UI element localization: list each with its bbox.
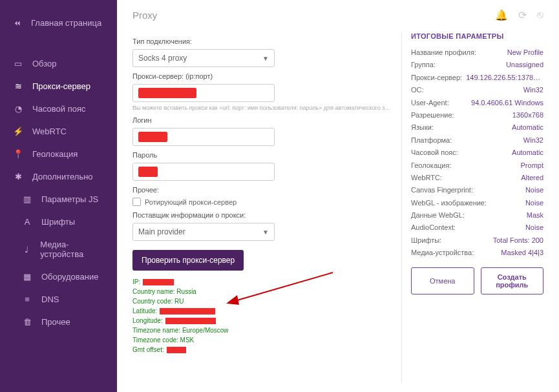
summary-title: ИТОГОВЫЕ ПАРАМЕТРЫ [411,32,543,40]
plug-icon: ⚡ [13,127,23,136]
summary-row: Геолокация:Prompt [411,161,543,170]
proxy-check-result: IP: Country name: Russia Country code: R… [132,277,391,355]
other-label: Прочее: [132,186,391,194]
nav-primary: ▭Обзор ≋Прокси-сервер ◔Часовой пояс ⚡Web… [0,52,117,333]
summary-row: User-Agent:94.0.4606.61 Windows [411,98,543,108]
summary-row: WebGL - изображение:Noise [411,198,543,208]
page-title: Proxy [132,10,157,21]
rotating-checkbox[interactable] [132,198,141,206]
conn-type-label: Тип подключения: [132,37,391,45]
password-label: Пароль [132,151,391,159]
sidebar-item-additional[interactable]: ✱Дополнительно [0,165,117,188]
sidebar-item-geolocation[interactable]: 📍Геолокация [0,143,117,165]
summary-row: ОС:Win32 [411,85,543,95]
login-input[interactable] [132,128,275,146]
summary-row: Прокси-сервер:149.126.226.55:13780/SOC..… [411,73,543,83]
summary-row: AudioContext:Noise [411,223,543,232]
main-area: Proxy 🔔 ⟳ ⎋ Тип подключения: Socks 4 pro… [117,0,559,392]
summary-row: WebRTC:Altered [411,173,543,183]
chevron-down-icon: ▼ [262,55,269,62]
sidebar-item-proxy[interactable]: ≋Прокси-сервер [0,75,117,98]
summary-row: Платформа:Win32 [411,136,543,145]
clock-icon: ◔ [13,104,23,114]
sidebar: Главная страница ▭Обзор ≋Прокси-сервер ◔… [0,0,117,392]
login-label: Логин [132,116,391,124]
cancel-button[interactable]: Отмена [411,267,474,294]
summary-row: Название профиля:New Profile [411,48,543,57]
chevron-left-icon [13,19,22,28]
topbar: Proxy 🔔 ⟳ ⎋ [117,0,559,23]
asterisk-icon: ✱ [13,172,23,181]
summary-row: Языки:Automatic [411,123,543,132]
chevron-down-icon: ▼ [262,229,269,236]
create-profile-button[interactable]: Создать профиль [481,267,544,294]
summary-row: Медиа-устройства:Masked 4|4|3 [411,248,543,258]
chip-icon: ▦ [22,272,32,282]
summary-row: Данные WebGL:Mask [411,211,543,220]
pin-icon: 📍 [13,149,23,159]
server-input[interactable] [132,84,275,102]
home-link[interactable]: Главная страница [31,18,101,28]
sidebar-item-webrtc[interactable]: ⚡WebRTC [0,120,117,143]
font-icon: A [22,217,32,227]
sidebar-item-hardware[interactable]: ▦Оборудование [9,265,117,288]
logout-icon[interactable]: ⎋ [537,9,543,21]
summary-row: Разрешение:1360x768 [411,110,543,120]
refresh-icon[interactable]: ⟳ [518,9,527,21]
trash-icon: 🗑 [22,317,32,327]
summary-row: Шрифты:Total Fonts: 200 [411,236,543,245]
provider-select[interactable]: Main provider ▼ [132,223,275,241]
proxy-form: Тип подключения: Socks 4 proxy ▼ Прокси-… [132,32,391,383]
map-icon: ▥ [22,194,32,204]
bell-icon[interactable]: 🔔 [495,9,508,21]
wifi-icon: ≋ [13,81,23,91]
summary-row: Canvas Fingerprint:Noise [411,185,543,195]
summary-row: Группа:Unassigned [411,60,543,70]
sidebar-item-fonts[interactable]: AШрифты [9,211,117,233]
server-hint: Вы можете вставить прокси как «url: порт… [132,105,391,111]
summary-row: Часовой пояс:Automatic [411,148,543,158]
summary-panel: ИТОГОВЫЕ ПАРАМЕТРЫ Название профиля:New … [401,32,543,383]
sidebar-item-media[interactable]: ♩Медиа-устройства [9,233,117,265]
conn-type-select[interactable]: Socks 4 proxy ▼ [132,49,275,67]
sidebar-collapse[interactable]: Главная страница [0,6,117,39]
id-card-icon: ▭ [13,59,23,68]
rotating-label: Ротирующий прокси-сервер [145,198,237,206]
password-input[interactable] [132,163,275,181]
server-label: Прокси-сервер: (ip:порт) [132,72,391,80]
sidebar-item-overview[interactable]: ▭Обзор [0,52,117,75]
sidebar-item-js-params[interactable]: ▥Параметры JS [9,188,117,211]
headphones-icon: ♩ [22,245,31,254]
sidebar-item-other[interactable]: 🗑Прочее [9,311,117,333]
sidebar-item-timezone[interactable]: ◔Часовой пояс [0,98,117,120]
sidebar-item-dns[interactable]: ≡DNS [9,288,117,311]
dns-icon: ≡ [22,294,32,304]
check-proxy-button[interactable]: Проверить прокси-сервер [132,250,244,271]
provider-label: Поставщик информации о прокси: [132,211,391,219]
